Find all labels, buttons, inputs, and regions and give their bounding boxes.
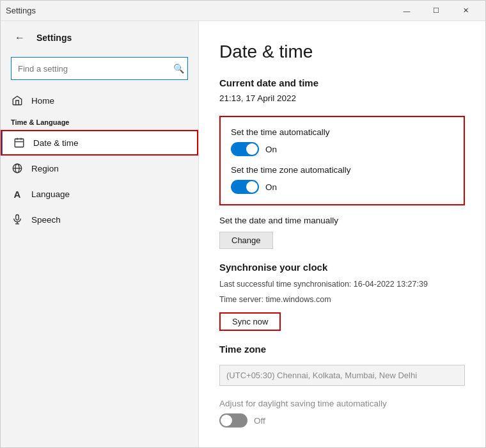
set-time-auto-toggle-row: On [231,142,453,156]
current-datetime: 21:13, 17 April 2022 [219,93,465,103]
set-timezone-auto-toggle-row: On [231,180,453,194]
sync-section: Synchronise your clock Last successful t… [219,262,465,331]
search-box-container: 🔍 [1,54,198,88]
daylight-state: Off [254,416,265,426]
change-button[interactable]: Change [219,232,273,249]
manual-section: Set the date and time manually Change [219,216,465,249]
language-icon: A [11,188,24,200]
calendar-icon [13,136,26,149]
auto-settings-box: Set the time automatically On Set the ti… [219,116,465,205]
daylight-label: Adjust for daylight saving time automati… [219,399,465,408]
page-title: Date & time [219,42,465,62]
sync-time-server: Time server: time.windows.com [219,293,465,306]
sidebar-app-title: Settings [36,33,72,43]
titlebar-controls: — ☐ ✕ [392,1,480,21]
sidebar-item-home-label: Home [31,96,54,106]
current-section-title: Current date and time [219,77,465,88]
svg-rect-7 [16,215,19,220]
titlebar-left: Settings [6,6,36,15]
sidebar-item-speech-label: Speech [31,215,61,225]
timezone-title: Time zone [219,344,465,355]
sync-last-sync: Last successful time synchronisation: 16… [219,278,465,291]
minimize-button[interactable]: — [392,1,421,21]
sidebar-item-region[interactable]: Region [1,156,198,181]
set-time-auto-toggle[interactable] [231,142,259,156]
set-timezone-auto-label: Set the time zone automatically [231,165,453,175]
speech-icon [11,213,24,226]
timezone-select-wrapper: (UTC+05:30) Chennai, Kolkata, Mumbai, Ne… [219,360,465,386]
search-icon: 🔍 [173,63,184,74]
maximize-button[interactable]: ☐ [421,1,451,21]
back-icon: ← [15,32,25,44]
svg-rect-0 [15,139,24,147]
home-icon [11,94,24,107]
sync-title: Synchronise your clock [219,262,465,273]
sidebar-item-speech[interactable]: Speech [1,207,198,232]
set-timezone-auto-toggle[interactable] [231,180,259,194]
search-wrapper: 🔍 [11,57,188,80]
daylight-toggle[interactable] [219,413,247,428]
sidebar: ← Settings 🔍 [1,21,199,447]
set-time-auto-label: Set the time automatically [231,127,453,137]
sidebar-item-date-time-label: Date & time [33,138,79,148]
sidebar-item-region-label: Region [31,164,59,173]
set-timezone-auto-state: On [265,182,277,192]
sidebar-nav-top: ← Settings [1,21,198,54]
sidebar-item-home[interactable]: Home [1,88,198,113]
back-button[interactable]: ← [11,29,29,47]
main-content: Date & time Current date and time 21:13,… [199,21,485,447]
sidebar-item-language[interactable]: A Language [1,181,198,207]
titlebar-title: Settings [6,6,36,15]
settings-window: Settings — ☐ ✕ ← Settings 🔍 [0,0,486,448]
manual-label: Set the date and time manually [219,216,465,225]
search-icon-button[interactable]: 🔍 [173,63,184,74]
content-area: ← Settings 🔍 [1,21,485,447]
close-button[interactable]: ✕ [451,1,480,21]
daylight-section: Adjust for daylight saving time automati… [219,399,465,428]
region-icon [11,162,24,175]
sidebar-item-language-label: Language [31,189,70,199]
sidebar-item-date-time[interactable]: Date & time [1,130,198,156]
search-input[interactable] [11,57,188,80]
timezone-select[interactable]: (UTC+05:30) Chennai, Kolkata, Mumbai, Ne… [219,365,465,386]
sidebar-section-label: Time & Language [1,113,198,130]
sync-now-button[interactable]: Sync now [219,312,281,331]
daylight-toggle-row: Off [219,413,465,428]
timezone-section: Time zone (UTC+05:30) Chennai, Kolkata, … [219,344,465,386]
titlebar: Settings — ☐ ✕ [1,1,485,21]
set-time-auto-state: On [265,145,277,154]
